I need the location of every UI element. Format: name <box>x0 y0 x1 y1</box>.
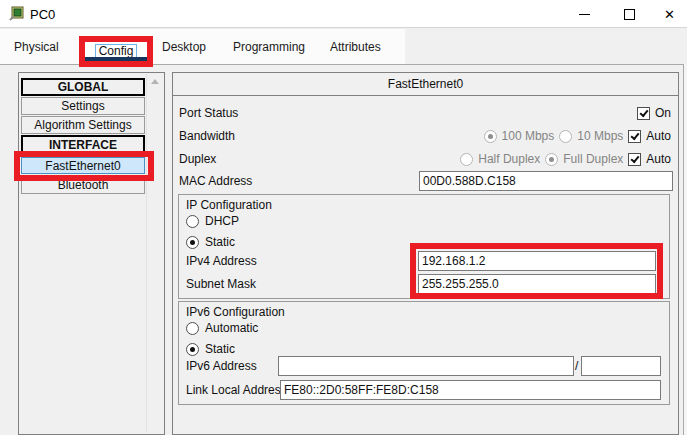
duplex-row: Duplex Half Duplex Full Duplex Auto <box>179 149 671 169</box>
ipv6-configuration-group: IPv6 Configuration Automatic Static IPv6… <box>178 301 670 405</box>
bandwidth-10mbps-label: 10 Mbps <box>577 129 623 143</box>
link-local-address-label: Link Local Address: <box>186 380 290 400</box>
sidebar-item-bluetooth[interactable]: Bluetooth <box>21 176 145 194</box>
port-status-checkbox[interactable] <box>637 107 650 120</box>
ipv6-configuration-title: IPv6 Configuration <box>186 305 285 319</box>
panel-title: FastEthernet0 <box>173 73 678 96</box>
subnet-mask-label: Subnet Mask <box>186 274 256 294</box>
sidebar-scrollbar[interactable] <box>146 74 163 433</box>
config-sidebar: GLOBAL Settings Algorithm Settings INTER… <box>18 72 165 435</box>
bandwidth-auto-label: Auto <box>646 129 671 143</box>
active-tab-indicator <box>85 57 147 61</box>
ipv6-prefix-input[interactable] <box>581 356 661 376</box>
bandwidth-100mbps-label: 100 Mbps <box>502 129 555 143</box>
tab-programming[interactable]: Programming <box>233 40 305 56</box>
duplex-full-radio[interactable] <box>545 153 558 166</box>
interface-panel: FastEthernet0 Port Status On Bandwidth 1… <box>172 72 679 435</box>
scroll-up-icon <box>151 79 159 84</box>
maximize-icon <box>624 9 635 20</box>
window-title: PC0 <box>30 7 55 22</box>
ipv4-address-input[interactable] <box>418 251 656 271</box>
close-icon: ✕ <box>664 8 675 21</box>
ipv4-address-label: IPv4 Address <box>186 251 257 271</box>
minimize-button[interactable] <box>562 0 607 28</box>
ipv6-automatic-radio[interactable] <box>186 322 199 335</box>
bandwidth-100mbps-radio[interactable] <box>484 130 497 143</box>
mac-address-label: MAC Address <box>179 174 252 188</box>
bandwidth-row: Bandwidth 100 Mbps 10 Mbps Auto <box>179 126 671 146</box>
ipv6-static-row: Static <box>186 341 235 357</box>
port-status-row: Port Status On <box>179 103 671 123</box>
tab-desktop[interactable]: Desktop <box>162 40 206 56</box>
ipv4-static-label: Static <box>205 235 235 249</box>
tab-attributes[interactable]: Attributes <box>330 40 381 56</box>
dhcp-label: DHCP <box>205 214 239 228</box>
mac-address-input[interactable] <box>419 171 673 191</box>
sidebar-item-algorithm-settings[interactable]: Algorithm Settings <box>21 116 145 134</box>
ipv6-address-input[interactable] <box>278 356 574 376</box>
sidebar-item-fastethernet0[interactable]: FastEthernet0 <box>21 157 145 174</box>
sidebar-header-interface: INTERFACE <box>21 135 145 154</box>
ipv4-static-row: Static <box>186 234 235 250</box>
close-button[interactable]: ✕ <box>652 0 687 28</box>
packet-tracer-app-icon <box>8 6 24 22</box>
bandwidth-10mbps-radio[interactable] <box>559 130 572 143</box>
ipv6-automatic-label: Automatic <box>205 321 258 335</box>
sidebar-header-global: GLOBAL <box>21 78 145 96</box>
ipv4-static-radio[interactable] <box>186 236 199 249</box>
port-status-on-label: On <box>655 106 671 120</box>
ipv6-automatic-row: Automatic <box>186 320 258 336</box>
tab-physical[interactable]: Physical <box>14 40 59 56</box>
bandwidth-auto-checkbox[interactable] <box>628 130 641 143</box>
dhcp-radio[interactable] <box>186 215 199 228</box>
minimize-icon <box>579 14 590 15</box>
sidebar-item-settings[interactable]: Settings <box>21 97 145 115</box>
pc0-config-window: PC0 ✕ Physical Config Desktop Programmin… <box>0 0 687 435</box>
ip-configuration-title: IP Configuration <box>186 198 272 212</box>
duplex-label: Duplex <box>179 152 216 166</box>
duplex-auto-label: Auto <box>646 152 671 166</box>
subnet-mask-input[interactable] <box>418 274 656 294</box>
ipv6-prefix-separator: / <box>575 359 578 373</box>
dhcp-row: DHCP <box>186 213 239 229</box>
ipv6-static-radio[interactable] <box>186 343 199 356</box>
duplex-auto-checkbox[interactable] <box>628 153 641 166</box>
bandwidth-label: Bandwidth <box>179 129 235 143</box>
port-status-label: Port Status <box>179 106 238 120</box>
ip-configuration-group: IP Configuration DHCP Static IPv4 Addres… <box>178 194 670 299</box>
ipv6-static-label: Static <box>205 342 235 356</box>
ipv6-address-label: IPv6 Address <box>186 356 257 376</box>
duplex-full-label: Full Duplex <box>563 152 623 166</box>
link-local-address-input[interactable] <box>280 380 661 400</box>
tab-config[interactable]: Config <box>79 36 153 67</box>
maximize-button[interactable] <box>607 0 652 28</box>
duplex-half-radio[interactable] <box>460 153 473 166</box>
duplex-half-label: Half Duplex <box>478 152 540 166</box>
